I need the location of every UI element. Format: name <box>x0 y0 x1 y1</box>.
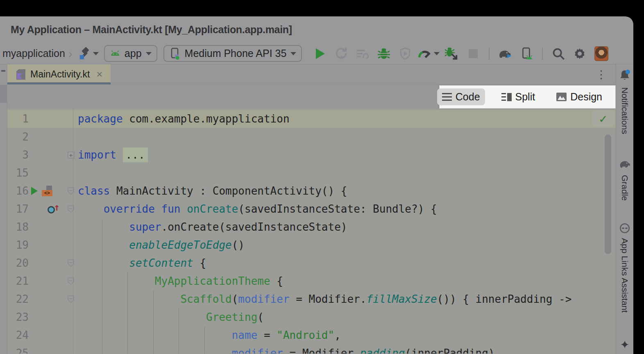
left-tool-window-stripe[interactable] <box>0 64 7 354</box>
code-line[interactable]: 23 Greeting( <box>7 308 616 326</box>
toolbar-divider <box>489 48 490 60</box>
titlebar: My Application – MainActivity.kt [My_App… <box>0 16 633 43</box>
mode-design-label: Design <box>570 91 602 103</box>
line-number: 21 <box>7 275 29 287</box>
fold-slot <box>66 205 75 213</box>
gemini-sparkle-icon[interactable]: ✦ <box>620 338 629 352</box>
notifications-bell-icon[interactable] <box>618 68 631 82</box>
gutter-icons <box>29 186 66 196</box>
gradle-sync-button[interactable] <box>497 46 513 61</box>
gutter-icons <box>29 204 66 214</box>
user-avatar[interactable] <box>594 46 608 61</box>
module-selector[interactable]: app <box>104 45 157 62</box>
main-area: MainActivity.kt × ⋮ Code Split <box>0 64 633 354</box>
indent-guide <box>102 219 102 354</box>
code-text: Greeting( <box>75 311 264 323</box>
line-number: 20 <box>7 257 29 269</box>
android-studio-window: My Application – MainActivity.kt [My_App… <box>0 16 633 354</box>
fold-slot <box>66 187 75 195</box>
code-text: override fun onCreate(savedInstanceState… <box>75 203 437 215</box>
code-line[interactable]: 22 Scaffold(modifier = Modifier.fillMaxS… <box>7 290 616 308</box>
code-line[interactable]: 2 <box>7 128 616 146</box>
line-number: 23 <box>7 311 29 323</box>
settings-button[interactable] <box>572 46 587 61</box>
fold-slot: + <box>66 152 75 159</box>
stop-button[interactable] <box>465 46 481 61</box>
code-line[interactable]: 1package com.example.myapplication <box>7 110 616 128</box>
editor-scrollbar[interactable] <box>605 134 611 254</box>
device-selector-label: Medium Phone API 35 <box>185 48 287 59</box>
kotlin-file-icon <box>16 69 25 80</box>
run-icon[interactable] <box>31 187 38 195</box>
code-text: class MainActivity : ComponentActivity()… <box>75 185 347 197</box>
window-title: My Application – MainActivity.kt [My_App… <box>11 24 292 36</box>
code-view-icon <box>442 93 452 101</box>
sidebar-item-notifications[interactable]: Notifications <box>620 87 630 134</box>
line-number: 19 <box>7 239 29 251</box>
code-text: enableEdgeToEdge() <box>75 239 245 251</box>
device-selector[interactable]: Medium Phone API 35 <box>163 45 302 62</box>
device-manager-button[interactable] <box>519 46 534 61</box>
indent-guide <box>153 290 154 354</box>
svg-text:A: A <box>340 54 344 60</box>
code-line[interactable]: 3+import ... <box>7 146 616 164</box>
apply-code-changes-button[interactable] <box>355 46 370 61</box>
chevron-down-icon <box>146 52 152 55</box>
code-line[interactable]: 15 <box>7 164 616 182</box>
editor-column: MainActivity.kt × ⋮ Code Split <box>7 64 616 354</box>
mode-design-button[interactable]: Design <box>551 88 607 105</box>
app-links-icon[interactable] <box>619 222 630 234</box>
view-mode-switcher: Code Split Design <box>439 85 616 109</box>
mode-code-button[interactable]: Code <box>437 88 485 105</box>
code-line[interactable]: 24 name = "Android", <box>7 326 616 344</box>
apply-changes-button[interactable]: A <box>333 46 349 61</box>
indent-guide <box>127 272 128 354</box>
chevron-down-icon <box>290 52 296 55</box>
mode-split-button[interactable]: Split <box>497 88 540 105</box>
inspection-widget[interactable]: ✓ <box>592 110 614 127</box>
run-button[interactable] <box>312 46 328 61</box>
override-icon[interactable] <box>48 204 60 214</box>
build-hammer-button[interactable] <box>76 45 100 62</box>
code-editor[interactable]: 1package com.example.myapplication23+imp… <box>7 109 616 354</box>
compose-icon[interactable] <box>42 186 52 196</box>
sidebar-item-gradle[interactable]: Gradle <box>620 175 630 201</box>
code-line[interactable]: 17 override fun onCreate(savedInstanceSt… <box>7 200 616 218</box>
code-line[interactable]: 21 MyApplicationTheme { <box>7 272 616 290</box>
breadcrumb[interactable]: myapplication <box>2 48 65 59</box>
line-number: 3 <box>7 149 29 161</box>
design-view-icon <box>556 93 567 101</box>
module-selector-label: app <box>125 48 142 59</box>
chevron-down-icon <box>434 52 440 55</box>
tab-options-icon[interactable]: ⋮ <box>596 64 607 84</box>
line-number: 1 <box>7 113 29 125</box>
editor-mode-toolbar: Code Split Design <box>7 85 616 109</box>
profiler-button[interactable] <box>416 45 441 62</box>
debug-button[interactable] <box>376 46 392 61</box>
line-number: 24 <box>7 329 29 341</box>
code-line[interactable]: 18 super.onCreate(savedInstanceState) <box>7 218 616 236</box>
profile-button[interactable] <box>397 46 413 61</box>
attach-debugger-button[interactable] <box>444 46 460 61</box>
gradle-elephant-icon[interactable] <box>618 158 631 170</box>
code-line[interactable]: 25 modifier = Modifier.padding(innerPadd… <box>7 344 616 354</box>
search-button[interactable] <box>551 46 566 61</box>
code-text: import ... <box>75 149 148 161</box>
code-line[interactable]: 20 setContent { <box>7 254 616 272</box>
code-text: package com.example.myapplication <box>75 113 290 125</box>
code-line[interactable]: 16class MainActivity : ComponentActivity… <box>7 182 616 200</box>
stripe-block[interactable] <box>0 85 7 103</box>
code-line[interactable]: 19 enableEdgeToEdge() <box>7 236 616 254</box>
code-text: Scaffold(modifier = Modifier.fillMaxSize… <box>75 293 571 305</box>
code-lines: 1package com.example.myapplication23+imp… <box>7 109 616 354</box>
breadcrumb-chevron-icon: › <box>68 48 73 60</box>
stripe-dash-icon <box>1 70 5 72</box>
main-toolbar: › myapplication › ap <box>0 43 633 64</box>
sidebar-item-app-links-assistant[interactable]: App Links Assistant <box>620 238 630 313</box>
close-tab-icon[interactable]: × <box>96 68 102 81</box>
indent-guide <box>179 308 179 354</box>
fold-slot <box>66 295 75 303</box>
line-number: 2 <box>7 131 29 143</box>
toolbar-divider <box>542 48 543 60</box>
tab-mainactivity[interactable]: MainActivity.kt × <box>7 64 111 84</box>
